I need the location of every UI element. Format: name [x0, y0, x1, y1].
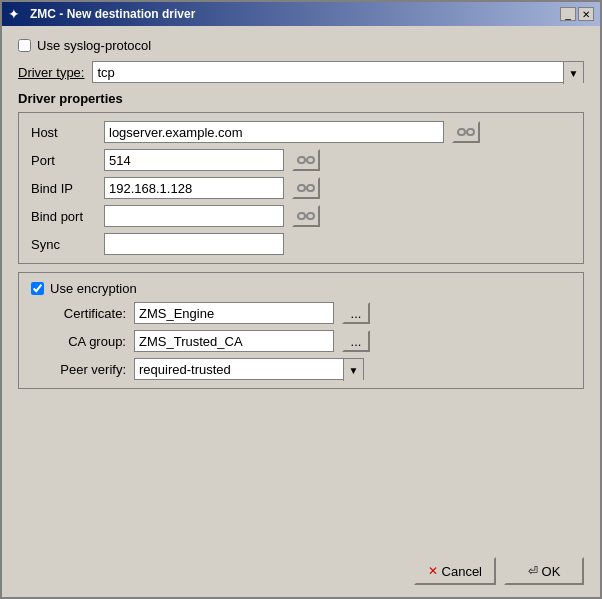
driver-type-arrow[interactable]: ▼ — [563, 62, 583, 84]
cancel-button[interactable]: ✕ Cancel — [414, 557, 496, 585]
bind-port-input[interactable] — [104, 205, 284, 227]
chain-icon-bindip — [297, 181, 315, 195]
sync-row: Sync — [31, 233, 571, 255]
svg-rect-4 — [307, 157, 314, 163]
ca-group-browse-button[interactable]: ... — [342, 330, 370, 352]
chain-icon-bindport — [297, 209, 315, 223]
title-bar-left: ✦ ZMC - New destination driver — [8, 6, 195, 22]
encryption-section: Use encryption Certificate: ... CA group… — [18, 272, 584, 389]
sync-input[interactable] — [104, 233, 284, 255]
bind-ip-link-button[interactable] — [292, 177, 320, 199]
main-window: ✦ ZMC - New destination driver _ ✕ Use s… — [0, 0, 602, 599]
ca-group-input[interactable] — [134, 330, 334, 352]
driver-type-wrapper: ▼ — [92, 61, 584, 83]
window-title: ZMC - New destination driver — [30, 7, 195, 21]
svg-rect-9 — [298, 213, 305, 219]
peer-verify-label: Peer verify: — [51, 362, 126, 377]
encryption-checkbox[interactable] — [31, 282, 44, 295]
bind-ip-label: Bind IP — [31, 181, 96, 196]
title-buttons: _ ✕ — [560, 7, 594, 21]
syslog-row: Use syslog-protocol — [18, 38, 584, 53]
ok-button[interactable]: ⏎ OK — [504, 557, 584, 585]
peer-verify-wrapper: ▼ — [134, 358, 364, 380]
peer-verify-input[interactable] — [135, 359, 343, 379]
chain-icon-port — [297, 153, 315, 167]
port-link-button[interactable] — [292, 149, 320, 171]
svg-rect-1 — [467, 129, 474, 135]
sync-label: Sync — [31, 237, 96, 252]
dialog-content: Use syslog-protocol Driver type: ▼ Drive… — [2, 26, 600, 549]
bind-ip-input[interactable] — [104, 177, 284, 199]
ok-icon: ⏎ — [528, 564, 538, 578]
bind-port-row: Bind port — [31, 205, 571, 227]
svg-rect-3 — [298, 157, 305, 163]
port-label: Port — [31, 153, 96, 168]
host-row: Host — [31, 121, 571, 143]
svg-rect-10 — [307, 213, 314, 219]
host-label: Host — [31, 125, 96, 140]
driver-properties-section: Driver properties Host — [18, 91, 584, 264]
certificate-row: Certificate: ... — [31, 302, 571, 324]
driver-type-input[interactable] — [93, 62, 563, 82]
host-link-button[interactable] — [452, 121, 480, 143]
svg-rect-7 — [307, 185, 314, 191]
ca-group-label: CA group: — [51, 334, 126, 349]
bind-port-label: Bind port — [31, 209, 96, 224]
chain-icon — [457, 125, 475, 139]
bind-port-link-button[interactable] — [292, 205, 320, 227]
bind-ip-row: Bind IP — [31, 177, 571, 199]
syslog-checkbox[interactable] — [18, 39, 31, 52]
syslog-label: Use syslog-protocol — [37, 38, 151, 53]
spacer — [18, 397, 584, 537]
driver-type-label: Driver type: — [18, 65, 84, 80]
encryption-title-row: Use encryption — [31, 281, 571, 296]
cancel-icon: ✕ — [428, 564, 438, 578]
driver-properties-title: Driver properties — [18, 91, 584, 106]
minimize-button[interactable]: _ — [560, 7, 576, 21]
driver-type-row: Driver type: ▼ — [18, 61, 584, 83]
certificate-browse-button[interactable]: ... — [342, 302, 370, 324]
peer-verify-dropdown-arrow[interactable]: ▼ — [343, 359, 363, 381]
button-row: ✕ Cancel ⏎ OK — [2, 549, 600, 597]
svg-rect-0 — [458, 129, 465, 135]
certificate-input[interactable] — [134, 302, 334, 324]
encryption-label: Use encryption — [50, 281, 137, 296]
port-row: Port — [31, 149, 571, 171]
window-icon: ✦ — [8, 6, 24, 22]
certificate-label: Certificate: — [51, 306, 126, 321]
close-button[interactable]: ✕ — [578, 7, 594, 21]
driver-properties-group: Host Port — [18, 112, 584, 264]
port-input[interactable] — [104, 149, 284, 171]
host-input[interactable] — [104, 121, 444, 143]
svg-rect-6 — [298, 185, 305, 191]
peer-verify-row: Peer verify: ▼ — [31, 358, 571, 380]
ok-label: OK — [542, 564, 561, 579]
title-bar: ✦ ZMC - New destination driver _ ✕ — [2, 2, 600, 26]
cancel-label: Cancel — [442, 564, 482, 579]
ca-group-row: CA group: ... — [31, 330, 571, 352]
